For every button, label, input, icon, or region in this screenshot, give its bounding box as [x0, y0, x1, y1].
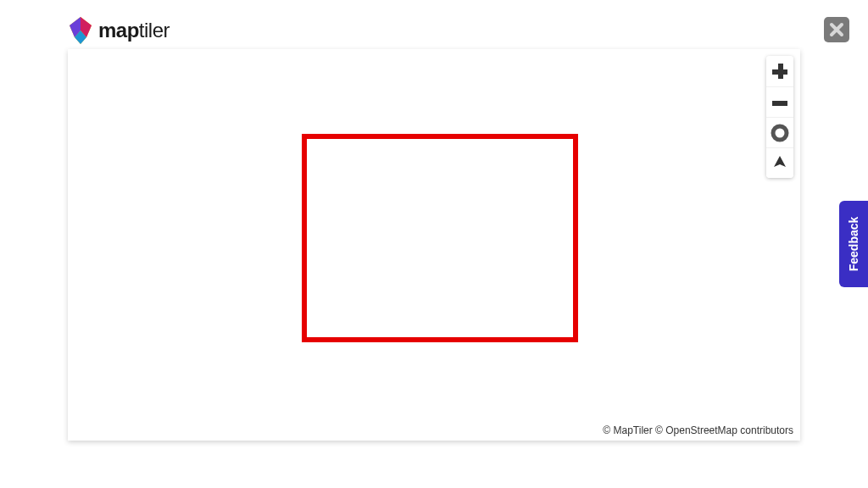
close-button[interactable]: [824, 17, 849, 42]
feedback-tab[interactable]: Feedback: [839, 201, 868, 287]
map-attribution[interactable]: © MapTiler © OpenStreetMap contributors: [603, 424, 793, 436]
close-icon: [829, 22, 844, 37]
locate-icon: [771, 124, 789, 142]
map-control-stack: [766, 56, 793, 178]
brand-logo[interactable]: maptiler: [68, 15, 170, 46]
bounding-box-selection[interactable]: [302, 134, 578, 342]
minus-icon: [771, 93, 789, 112]
compass-icon: [771, 154, 789, 173]
zoom-in-button[interactable]: [766, 56, 793, 86]
maptiler-pin-icon: [68, 15, 93, 46]
brand-text: maptiler: [98, 19, 170, 42]
svg-point-4: [777, 130, 782, 136]
feedback-label: Feedback: [847, 217, 860, 272]
map-canvas[interactable]: © MapTiler © OpenStreetMap contributors: [68, 49, 800, 441]
svg-rect-2: [772, 101, 787, 106]
compass-button[interactable]: [766, 147, 793, 178]
plus-icon: [771, 62, 789, 80]
zoom-out-button[interactable]: [766, 86, 793, 117]
svg-rect-1: [772, 69, 787, 75]
geolocate-button[interactable]: [766, 117, 793, 147]
